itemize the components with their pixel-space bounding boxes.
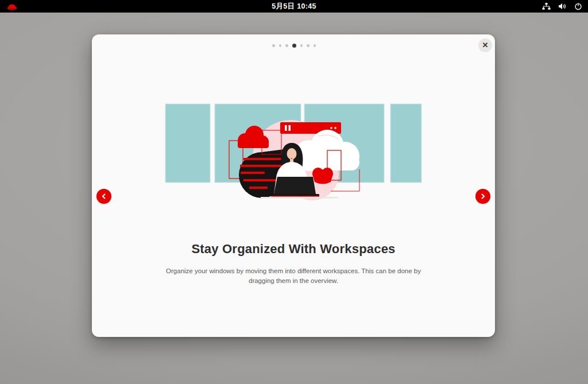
top-bar: 5月5日 10:45 <box>0 0 588 13</box>
chevron-right-icon <box>480 193 486 199</box>
pagination-dot <box>285 44 288 47</box>
close-button[interactable]: ✕ <box>478 38 492 52</box>
tour-title: Stay Organized With Workspaces <box>92 242 495 257</box>
clock[interactable]: 5月5日 10:45 <box>0 0 588 13</box>
workspaces-illustration <box>164 100 423 210</box>
next-page-button[interactable] <box>475 189 490 204</box>
volume-icon <box>558 2 567 10</box>
power-icon <box>574 2 582 10</box>
tour-body-text: Organize your windows by moving them int… <box>164 266 423 285</box>
desk-line <box>261 197 338 199</box>
pagination-dot <box>307 44 310 47</box>
red-heart-cloud <box>312 168 333 184</box>
pagination-dot <box>292 44 296 48</box>
laptop <box>271 177 319 197</box>
pagination-dot <box>300 44 303 47</box>
chevron-left-icon <box>101 193 107 199</box>
pagination-dot <box>279 44 282 47</box>
network-wired-icon <box>542 2 551 10</box>
pagination-dots <box>0 44 588 48</box>
previous-page-button[interactable] <box>96 189 111 204</box>
system-status-area[interactable] <box>542 0 582 13</box>
pagination-dot <box>272 44 275 47</box>
pagination-dot <box>314 44 316 47</box>
close-icon: ✕ <box>482 38 489 52</box>
clock-label: 5月5日 10:45 <box>272 2 316 11</box>
